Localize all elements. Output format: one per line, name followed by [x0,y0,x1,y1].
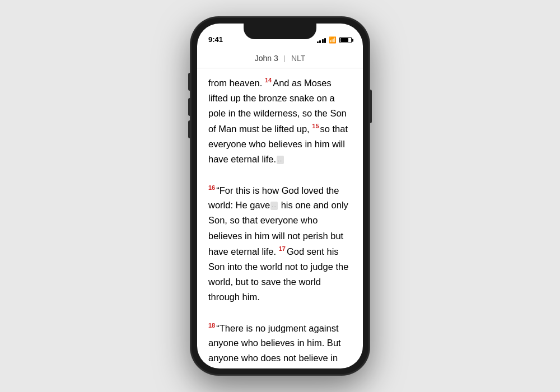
signal-icon [317,38,326,43]
verse-number-18: 18 [208,322,215,329]
battery-icon [339,37,352,43]
header-divider: | [284,54,286,62]
verse-number-17: 17 [279,245,286,252]
verse14-prefix: from heaven. [208,78,265,88]
footnote-marker-15: … [277,156,284,164]
phone-frame: 9:41 📶 John 3 | NLT f [190,17,370,375]
verse-number-14: 14 [265,77,272,83]
translation-label[interactable]: NLT [291,54,305,63]
bible-header: John 3 | NLT [197,48,363,68]
phone-screen: 9:41 📶 John 3 | NLT f [197,24,363,368]
footnote-marker-16: … [270,202,278,210]
notch [244,24,316,39]
status-icons: 📶 [317,36,352,45]
battery-fill [340,38,348,42]
scripture-content[interactable]: from heaven. 14And as Moses lifted up th… [197,68,363,368]
verse-number-15: 15 [312,123,319,129]
verse-number-16: 16 [208,184,215,191]
verse18-text: “There is no judgment against anyone who… [208,323,341,368]
wifi-icon: 📶 [329,36,337,44]
scripture-text: from heaven. 14And as Moses lifted up th… [208,75,352,368]
bible-reference[interactable]: John 3 [255,54,278,63]
status-time: 9:41 [208,35,223,45]
